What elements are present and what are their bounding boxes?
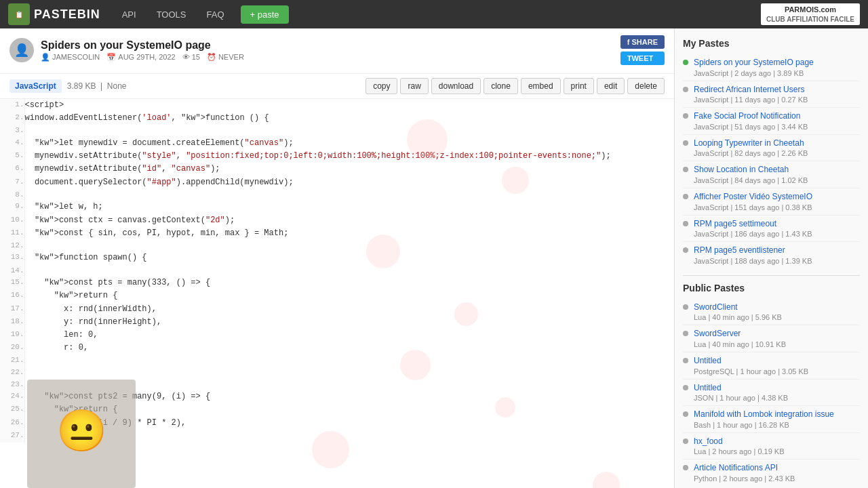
paste-item-meta: JavaScript | 151 days ago | 0.38 KB (694, 203, 860, 211)
table-row: 19. len: 0, (0, 329, 674, 342)
share-buttons: f SHARE TWEET (620, 35, 665, 65)
edit-button[interactable]: edit (597, 78, 625, 94)
list-item[interactable]: RPM page5 eventlistener JavaScript | 188… (683, 242, 860, 268)
line-code: "kw">const { sin, cos, PI, hypot, min, m… (24, 227, 674, 240)
share-facebook-button[interactable]: f SHARE (620, 35, 665, 49)
table-row: 3. (0, 125, 674, 137)
list-item[interactable]: SwordClient Lua | 40 min ago | 5.96 KB (683, 299, 860, 326)
paste-toolbar: JavaScript 3.89 KB | None copy raw downl… (0, 74, 674, 99)
line-code: document.querySelector("#app").appendChi… (24, 176, 674, 189)
paste-dot (683, 304, 688, 310)
list-item[interactable]: SwordServer Lua | 40 min ago | 10.91 KB (683, 325, 860, 352)
logo-text: PASTEBIN (34, 7, 100, 22)
line-code (24, 265, 674, 277)
expiry-meta: ⏰ NEVER (207, 53, 244, 62)
line-code: "kw">const pts = many(333, () => { (24, 277, 674, 289)
list-item[interactable]: Redirect African Internet Users JavaScri… (683, 81, 860, 108)
table-row: 14. (0, 265, 674, 277)
list-item[interactable]: Untitled JSON | 1 hour ago | 4.38 KB (683, 380, 860, 407)
paste-item-meta: Lua | 2 hours ago | 0.19 KB (694, 447, 860, 455)
paste-header: 👤 Spiders on your SystemeIO page 👤 JAMES… (0, 28, 674, 74)
line-code: "kw">let w, h; (24, 201, 674, 214)
code-container[interactable]: 1.<script>2.window.addEventListener('loa… (0, 99, 674, 488)
avatar: 👤 (9, 38, 34, 62)
line-number: 25. (0, 403, 24, 416)
clock-icon: ⏰ (207, 53, 216, 62)
list-item[interactable]: Untitled PostgreSQL | 1 hour ago | 3.05 … (683, 352, 860, 380)
nav-faq[interactable]: FAQ (203, 7, 229, 22)
list-item[interactable]: Afficher Poster Vidéo SystemeIO JavaScri… (683, 188, 860, 216)
list-item[interactable]: Looping Typewriter in Cheetah JavaScript… (683, 135, 860, 162)
table-row: 24. "kw">const pts2 = many(9, (i) => { (0, 390, 674, 403)
line-code (24, 354, 674, 367)
paste-item-meta: JavaScript | 2 days ago | 3.89 KB (694, 69, 860, 77)
logo-area[interactable]: 📋 PASTEBIN (8, 3, 100, 25)
nav-tools[interactable]: TOOLS (153, 7, 191, 22)
line-number: 20. (0, 342, 24, 354)
share-twitter-button[interactable]: TWEET (620, 52, 665, 65)
embed-button[interactable]: embed (521, 78, 561, 94)
table-row: 22. (0, 367, 674, 379)
table-row: 4. "kw">let mynewdiv = document.createEl… (0, 137, 674, 150)
paste-item-title: SwordServer (694, 329, 860, 340)
list-item[interactable]: Manifold with Lombok integration issue B… (683, 406, 860, 433)
table-row: 9. "kw">let w, h; (0, 201, 674, 214)
paste-title: Spiders on your SystemeIO page (41, 39, 244, 52)
line-code: x: rnd(innerWidth), (24, 303, 674, 316)
paste-item-content: Looping Typewriter in Cheetah JavaScript… (694, 138, 860, 158)
paste-dot (683, 385, 688, 390)
file-info: 3.89 KB | None (67, 81, 127, 91)
table-row: 16. "kw">return { (0, 289, 674, 302)
list-item[interactable]: RPM page5 settimeout JavaScript | 186 da… (683, 216, 860, 243)
table-row: 18. y: rnd(innerHeight), (0, 316, 674, 329)
raw-button[interactable]: raw (400, 78, 428, 94)
line-number: 24. (0, 390, 24, 403)
paste-dot (683, 60, 688, 65)
paste-item-title: Show Location in Cheetah (694, 165, 860, 176)
table-row: 10. "kw">const ctx = canvas.getContext("… (0, 214, 674, 227)
toolbar-actions: copy raw download clone embed print edit… (366, 78, 665, 94)
line-code: len: 0, (24, 329, 674, 342)
download-button[interactable]: download (431, 78, 481, 94)
eye-icon: 👁 (182, 53, 190, 61)
line-number: 5. (0, 150, 24, 163)
new-paste-button[interactable]: + paste (241, 5, 289, 24)
paste-title-left: 👤 Spiders on your SystemeIO page 👤 JAMES… (9, 38, 244, 62)
line-code: "kw">return { (24, 403, 674, 416)
delete-button[interactable]: delete (627, 78, 665, 94)
paste-item-content: SwordServer Lua | 40 min ago | 10.91 KB (694, 329, 860, 348)
paste-dot (683, 439, 688, 444)
paste-item-title: Spiders on your SystemeIO page (694, 58, 860, 68)
line-number: 13. (0, 251, 24, 264)
line-number: 12. (0, 240, 24, 252)
paste-item-meta: JavaScript | 82 days ago | 2.26 KB (694, 149, 860, 157)
line-number: 26. (0, 417, 24, 430)
clone-button[interactable]: clone (484, 78, 518, 94)
list-item[interactable]: Article Notifications API Python | 2 hou… (683, 460, 860, 486)
line-number: 21. (0, 354, 24, 367)
list-item[interactable]: hx_food Lua | 2 hours ago | 0.19 KB (683, 433, 860, 460)
print-button[interactable]: print (564, 78, 594, 94)
header: 📋 PASTEBIN API TOOLS FAQ + paste PARMOIS… (0, 0, 868, 28)
my-pastes-list: Spiders on your SystemeIO page JavaScrip… (683, 54, 860, 268)
paste-item-content: Article Notifications API Python | 2 hou… (694, 463, 860, 483)
line-code (24, 240, 674, 252)
line-number: 2. (0, 112, 24, 125)
line-code (24, 125, 674, 137)
table-row: 17. x: rnd(innerWidth), (0, 303, 674, 316)
parmois-banner: PARMOIS.com CLUB AFFILIATION FACILE (761, 3, 860, 24)
list-item[interactable]: Spiders on your SystemeIO page JavaScrip… (683, 54, 860, 81)
copy-button[interactable]: copy (366, 78, 397, 94)
list-item[interactable]: Show Location in Cheetah JavaScript | 84… (683, 161, 860, 188)
table-row: 12. (0, 240, 674, 252)
paste-dot (683, 140, 688, 146)
nav-api[interactable]: API (118, 7, 140, 22)
paste-item-title: Looping Typewriter in Cheetah (694, 138, 860, 149)
list-item[interactable]: Fake Social Proof Notification JavaScrip… (683, 108, 860, 135)
paste-item-content: Afficher Poster Vidéo SystemeIO JavaScri… (694, 192, 860, 211)
paste-area: 👤 Spiders on your SystemeIO page 👤 JAMES… (0, 28, 675, 488)
line-code: "kw">let mynewdiv = document.createEleme… (24, 137, 674, 150)
paste-item-meta: JavaScript | 188 days ago | 1.39 KB (694, 257, 860, 265)
language-badge: JavaScript (9, 79, 62, 93)
paste-item-title: RPM page5 settimeout (694, 219, 860, 230)
